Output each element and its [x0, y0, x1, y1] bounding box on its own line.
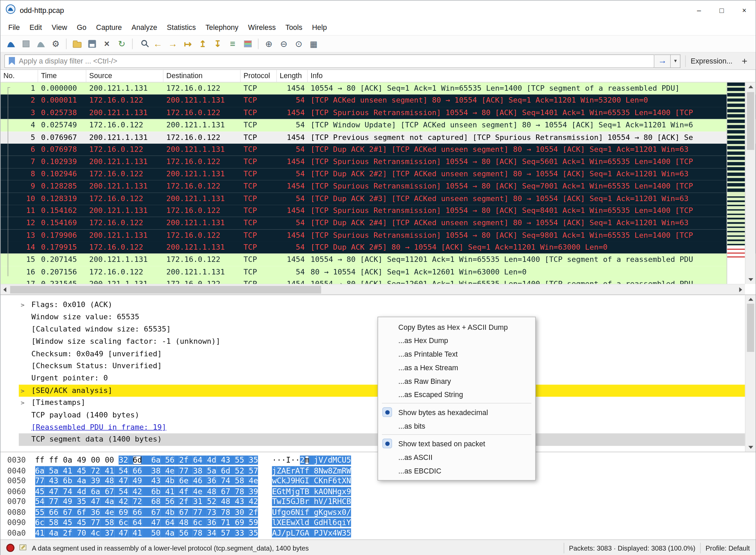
hex-byte[interactable]: ff — [49, 455, 58, 465]
hex-byte[interactable]: 4d — [207, 455, 216, 465]
hex-byte[interactable]: 31 — [193, 497, 202, 506]
ascii-char[interactable]: E — [286, 518, 291, 527]
hex-byte[interactable]: 67 — [105, 487, 114, 496]
ascii-char[interactable]: x — [328, 528, 333, 537]
packet-row-15[interactable]: 150.207145200.121.1.131172.16.0.122TCP14… — [0, 254, 755, 266]
ascii-char[interactable]: g — [314, 507, 319, 517]
ascii-char[interactable]: 9 — [347, 487, 351, 496]
ascii-char[interactable]: · — [281, 455, 286, 465]
ascii-char[interactable]: I — [281, 497, 286, 506]
go-to-packet-button[interactable]: ↦ — [180, 37, 195, 51]
ascii-char[interactable]: l — [300, 518, 305, 527]
detail-line[interactable]: TCP payload (1400 bytes) — [0, 409, 745, 421]
ascii-char[interactable]: w — [272, 476, 277, 485]
context-menu-item[interactable]: ...as ASCII — [378, 450, 535, 464]
hex-byte[interactable]: 4d — [77, 487, 86, 496]
ascii-char[interactable]: J — [319, 528, 323, 537]
ascii-char[interactable]: q — [337, 518, 342, 527]
ascii-char[interactable]: j — [314, 455, 319, 465]
hex-byte[interactable]: 43 — [235, 497, 244, 506]
ascii-char[interactable]: A — [319, 487, 323, 496]
hex-byte[interactable]: 48 — [105, 476, 114, 485]
hex-byte[interactable]: 70 — [77, 528, 86, 537]
hex-byte[interactable]: 4e — [193, 487, 202, 496]
hex-byte[interactable]: 2f — [249, 507, 258, 517]
ascii-char[interactable]: f — [304, 466, 309, 475]
detail-line[interactable]: Window size value: 65535 — [0, 311, 745, 323]
scroll-down-arrow-icon[interactable] — [749, 446, 753, 449]
hex-byte[interactable]: 4a — [105, 497, 114, 506]
hex-byte[interactable]: 4e — [105, 507, 114, 517]
ascii-char[interactable]: Y — [347, 518, 351, 527]
ascii-char[interactable]: V — [319, 455, 323, 465]
ascii-char[interactable]: g — [281, 507, 286, 517]
ascii-char[interactable]: W — [347, 466, 351, 475]
reload-file-button[interactable]: ↻ — [114, 37, 129, 51]
packet-list-hscrollbar[interactable] — [0, 284, 745, 294]
ascii-char[interactable]: · — [272, 455, 277, 465]
hex-byte[interactable]: 55 — [35, 507, 44, 517]
hex-byte[interactable]: 42 — [119, 497, 128, 506]
ascii-char[interactable]: H — [323, 518, 328, 527]
hex-byte[interactable]: 77 — [49, 497, 58, 506]
hex-byte[interactable]: 5a — [207, 466, 216, 475]
apply-filter-button[interactable]: → — [654, 54, 671, 68]
zoom-in-button[interactable]: ⊕ — [261, 37, 276, 51]
ascii-char[interactable]: 3 — [342, 528, 347, 537]
menu-item-tools[interactable]: Tools — [281, 20, 307, 35]
capture-comment-icon[interactable] — [19, 543, 27, 552]
menu-item-statistics[interactable]: Statistics — [162, 20, 201, 35]
hex-byte[interactable]: 58 — [235, 476, 244, 485]
hex-byte[interactable]: 2f — [63, 528, 72, 537]
ascii-char[interactable]: H — [295, 476, 300, 485]
context-menu-item[interactable]: Show bytes as hexadecimal — [378, 406, 535, 419]
expander-icon[interactable]: > — [21, 397, 24, 409]
ascii-char[interactable]: s — [333, 507, 337, 517]
hex-byte[interactable]: 6d — [133, 455, 142, 465]
hex-byte[interactable]: 56 — [179, 528, 188, 537]
close-file-button[interactable]: × — [99, 37, 114, 51]
detail-line[interactable]: >[Timestamps] — [0, 397, 745, 409]
packet-row-4[interactable]: 40.025749172.16.0.122200.121.1.131TCP54[… — [0, 119, 755, 131]
hex-byte[interactable]: 66 — [133, 466, 142, 475]
ascii-char[interactable]: r — [291, 466, 295, 475]
hex-byte[interactable]: 5a — [49, 466, 58, 475]
scroll-up-arrow-icon[interactable] — [748, 85, 753, 88]
hex-byte[interactable]: 35 — [77, 497, 86, 506]
ascii-char[interactable]: E — [281, 518, 286, 527]
ascii-char[interactable]: T — [300, 487, 305, 496]
hex-row-0060[interactable]: 0060 45 47 74 4d 6a 67 54 42 6b 41 4f 4e… — [7, 486, 756, 497]
hex-byte[interactable]: 56 — [165, 455, 174, 465]
context-menu-item[interactable]: ...as EBCDIC — [378, 464, 535, 477]
hex-byte[interactable]: ff — [35, 455, 44, 465]
ascii-char[interactable]: W — [337, 528, 342, 537]
ascii-char[interactable]: C — [314, 476, 319, 485]
hex-byte[interactable]: 78 — [193, 528, 202, 537]
packet-row-11[interactable]: 110.154162200.121.1.131172.16.0.122TCP14… — [0, 205, 755, 217]
packet-row-2[interactable]: 20.000011172.16.0.122200.121.1.131TCP54[… — [0, 95, 755, 107]
ascii-char[interactable]: d — [304, 518, 309, 527]
open-file-button[interactable] — [69, 37, 84, 51]
hex-row-0070[interactable]: 0070 54 77 49 35 47 4a 42 72 68 56 2f 31… — [7, 497, 756, 507]
hex-byte[interactable]: 71 — [221, 518, 230, 527]
scroll-down-arrow-icon[interactable] — [749, 278, 753, 281]
restart-capture-button[interactable] — [33, 37, 48, 51]
ascii-char[interactable]: m — [337, 466, 342, 475]
detail-line[interactable]: Urgent pointer: 0 — [0, 372, 745, 384]
detail-line[interactable]: [Window size scaling factor: -1 (unknown… — [0, 336, 745, 348]
expander-icon[interactable]: > — [21, 299, 24, 311]
save-file-button[interactable] — [84, 37, 99, 51]
packet-row-10[interactable]: 100.128319172.16.0.122200.121.1.131TCP54… — [0, 193, 755, 205]
ascii-char[interactable]: F — [328, 476, 333, 485]
packet-row-8[interactable]: 80.102946172.16.0.122200.121.1.131TCP54[… — [0, 168, 755, 180]
hscroll-thumb[interactable] — [10, 286, 321, 294]
capture-options-button[interactable]: ⚙ — [48, 37, 63, 51]
hex-byte[interactable]: 77 — [35, 476, 44, 485]
menu-item-telephony[interactable]: Telephony — [200, 20, 243, 35]
ascii-char[interactable]: 5 — [347, 455, 351, 465]
hex-byte[interactable]: 48 — [179, 518, 188, 527]
hex-byte[interactable]: 33 — [235, 528, 244, 537]
hex-byte[interactable]: 4a — [165, 528, 174, 537]
ascii-char[interactable]: B — [300, 497, 305, 506]
ascii-char[interactable]: H — [333, 487, 337, 496]
